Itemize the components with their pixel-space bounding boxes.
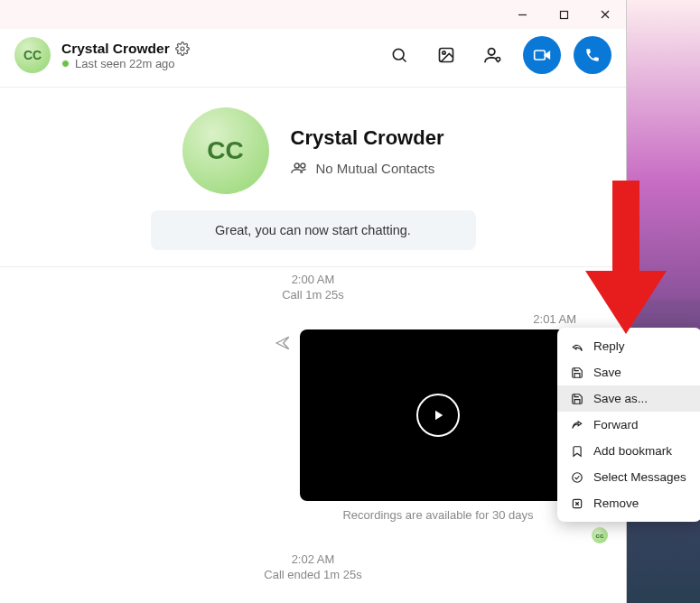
profile-avatar-initials: CC [207, 136, 243, 165]
video-recording-thumbnail[interactable] [300, 329, 576, 501]
audio-call-button[interactable] [574, 36, 611, 74]
seen-initials: cc [596, 532, 604, 540]
menu-label: Select Messages [593, 470, 686, 484]
svg-point-15 [294, 163, 299, 168]
timestamp: 2:02 AM [0, 552, 626, 566]
timestamp: 2:00 AM [0, 273, 626, 286]
window-maximize-button[interactable] [543, 0, 584, 29]
gear-icon[interactable] [175, 42, 190, 56]
image-icon [437, 46, 455, 64]
start-chatting-text: Great, you can now start chatting. [215, 223, 411, 237]
svg-rect-1 [560, 11, 567, 18]
chat-window: CC Crystal Crowder Last seen 22m ago [0, 0, 627, 603]
forward-icon [570, 419, 584, 431]
header-name-block: Crystal Crowder Last seen 22m ago [61, 41, 382, 70]
mutual-contacts-text: No Mutual Contacts [316, 161, 435, 176]
menu-label: Forward [593, 418, 639, 431]
sent-indicator-icon [275, 335, 291, 355]
search-icon [390, 46, 408, 64]
call-duration: Call 1m 25s [0, 288, 626, 302]
seen-by-avatar: cc [592, 527, 608, 543]
remove-icon [570, 497, 584, 510]
play-icon [430, 407, 446, 423]
svg-point-18 [573, 472, 583, 482]
menu-save-as[interactable]: Save as... [557, 385, 700, 412]
svg-rect-13 [535, 51, 546, 60]
save-icon [570, 366, 584, 379]
start-chatting-banner: Great, you can now start chatting. [151, 210, 476, 250]
contact-name[interactable]: Crystal Crowder [61, 41, 170, 57]
save-as-icon [570, 393, 584, 405]
people-icon [291, 162, 309, 174]
message-context-menu: Reply Save Save as... Forward Add bookma… [557, 328, 700, 522]
svg-point-9 [489, 49, 495, 55]
menu-label: Save [593, 366, 621, 379]
chat-timeline[interactable]: 2:00 AM Call 1m 25s 2:01 AM Recordings a… [0, 266, 626, 603]
window-titlebar [0, 0, 626, 29]
svg-point-16 [300, 163, 304, 168]
video-icon [533, 46, 551, 64]
header-avatar[interactable]: CC [14, 37, 51, 73]
menu-select-messages[interactable]: Select Messages [557, 464, 700, 490]
timestamp: 2:01 AM [0, 312, 626, 326]
svg-marker-17 [435, 411, 443, 421]
minimize-icon [518, 10, 527, 20]
play-button[interactable] [416, 394, 460, 437]
profile-avatar[interactable]: CC [182, 107, 269, 194]
menu-label: Add bookmark [593, 444, 672, 458]
window-minimize-button[interactable] [501, 0, 543, 29]
menu-label: Remove [593, 496, 639, 510]
header-actions [382, 36, 611, 74]
outgoing-media-row [0, 329, 626, 501]
menu-label: Reply [593, 339, 625, 353]
menu-remove[interactable]: Remove [557, 490, 700, 516]
person-add-icon [483, 45, 503, 65]
menu-forward[interactable]: Forward [557, 412, 700, 438]
select-icon [570, 471, 584, 484]
reply-icon [570, 340, 584, 353]
presence-dot-icon [61, 60, 70, 68]
bookmark-icon [570, 445, 584, 458]
profile-name: Crystal Crowder [291, 126, 444, 150]
conversation-header: CC Crystal Crowder Last seen 22m ago [0, 29, 626, 88]
menu-save[interactable]: Save [557, 359, 700, 385]
header-avatar-initials: CC [23, 48, 42, 62]
phone-icon [584, 47, 601, 63]
call-ended-text: Call ended 1m 25s [0, 568, 626, 581]
menu-label: Save as... [593, 392, 648, 405]
svg-point-8 [443, 51, 445, 54]
svg-point-5 [393, 49, 404, 60]
recording-availability-note: Recordings are available for 30 days [300, 508, 576, 522]
menu-add-bookmark[interactable]: Add bookmark [557, 438, 700, 464]
video-call-button[interactable] [523, 36, 561, 74]
svg-line-6 [403, 59, 406, 62]
presence-text: Last seen 22m ago [75, 57, 175, 70]
search-button[interactable] [382, 38, 416, 72]
annotation-arrow-icon [585, 181, 667, 338]
add-people-button[interactable] [476, 38, 510, 72]
close-icon [600, 9, 611, 20]
maximize-icon [559, 10, 569, 20]
svg-point-4 [181, 47, 184, 51]
gallery-button[interactable] [429, 38, 463, 72]
profile-section: CC Crystal Crowder No Mutual Contacts Gr… [0, 88, 626, 266]
window-close-button[interactable] [584, 0, 626, 29]
